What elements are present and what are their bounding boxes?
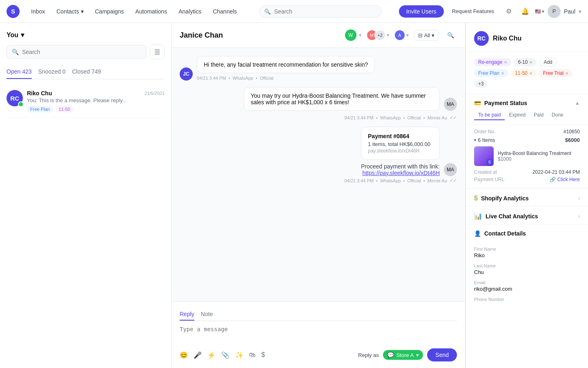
product-item: 6 Hydra-Boost Balancing Treatment $1000 [474,146,580,166]
shopify-icon: $ [474,195,478,202]
message-agent: Minnie Au [428,115,447,120]
conversation-item[interactable]: RC Riko Chu 21/6/2021 You: This is the a… [7,85,165,118]
attachment-icon[interactable]: 📎 [221,351,229,359]
conversation-list: RC Riko Chu 21/6/2021 You: This is the a… [7,85,165,368]
tab-closed[interactable]: Closed 749 [72,65,101,79]
nav-search-area: 🔍 [243,5,397,18]
last-name-value: Chu [474,269,580,275]
filter-icon[interactable]: ☰ [150,45,165,59]
product-price: $1000 [498,156,580,162]
send-button[interactable]: Send [427,348,457,361]
message-time: 04/21 3:44 PM [197,76,226,81]
sparkle-icon[interactable]: ✨ [235,351,243,359]
contact-avatar: RC [474,31,489,46]
items-toggle[interactable]: ▾ 6 Items $6000 [474,137,580,143]
payment-url-label: Payment URL [474,177,505,182]
nav-channels[interactable]: Channels [208,6,242,17]
message-input[interactable] [180,326,457,342]
payment-items: 1 items, total HK$6,000.00 [368,141,433,147]
payment-status-header[interactable]: 💳 Payment Status ▲ [466,94,588,110]
tag-count[interactable]: +3 [474,80,488,88]
tab-snoozed[interactable]: Snoozed 0 [38,65,66,79]
product-count-badge: 6 [486,159,493,165]
email-value: riko@gmail.com [474,286,580,292]
tab-to-be-paid[interactable]: To be paid [474,110,505,120]
payment-proceed-text: Proceed payment with this link: https://… [361,163,440,176]
message-bubble: You may try our Hydra-Boost Balancing Tr… [244,87,440,111]
sidebar-you-selector[interactable]: You ▾ [7,31,24,39]
tab-open[interactable]: Open 423 [7,65,32,79]
first-name-field: First Name Riko [474,247,580,258]
order-number-row: Order No. #10650 [474,129,580,135]
search-chat-button[interactable]: 🔍 [444,29,457,42]
remove-tag-button[interactable]: ✕ [504,60,507,65]
nav-campaigns[interactable]: Campaigns [90,6,129,17]
incoming-message: JC Hi there, any facial treatment recomm… [180,56,457,81]
chevron-down-icon: ▾ [81,8,84,15]
tab-expired[interactable]: Expired [505,110,530,120]
contact-icon: 👤 [474,230,481,237]
nav-automations[interactable]: Automations [130,6,172,17]
reply-icon-bar: 😊 🎤 ⚡ 📎 ✨ 🛍 $ [180,351,265,359]
chevron-down-icon: ▾ [542,9,544,14]
shopping-icon[interactable]: 🛍 [249,351,256,359]
user-avatar[interactable]: P [548,5,561,18]
agent-avatar: MA [444,163,457,176]
payment-meta: 04/21 3:44 PM • WhatsApp • Official • Mi… [180,178,457,183]
contact-details-section: 👤 Contact Details First Name Riko Last N… [466,224,588,312]
settings-icon[interactable]: ⚙ [502,5,515,18]
contact-details-header[interactable]: 👤 Contact Details [466,224,588,241]
live-chat-analytics-title: 📊 Live Chat Analytics [474,212,538,220]
message-channel: WhatsApp [380,178,401,183]
language-selector[interactable]: 🇺🇸 ▾ [535,9,544,14]
shopify-analytics-section[interactable]: $ Shopify Analytics › [466,189,588,206]
live-chat-analytics-section[interactable]: 📊 Live Chat Analytics › [466,206,588,224]
emoji-icon[interactable]: 😊 [180,351,188,359]
nav-inbox[interactable]: Inbox [26,6,50,17]
add-tag-button[interactable]: Add [539,58,557,67]
tab-paid[interactable]: Paid [530,110,548,120]
request-features-button[interactable]: Request Features [447,6,499,17]
agent-count[interactable]: +2 [374,29,386,41]
nav-contacts[interactable]: Contacts ▾ [51,6,88,17]
audio-icon[interactable]: 🎤 [194,351,202,359]
tag-11-50: 11-50 ✕ [511,69,537,77]
assignee-avatar[interactable]: A ▾ [394,29,409,41]
reply-box: Reply Note 😊 🎤 ⚡ 📎 ✨ 🛍 $ Reply as 💬 [172,301,465,368]
nav-search-input[interactable] [259,5,382,18]
app-logo: S [7,5,20,18]
remove-tag-button[interactable]: ✕ [565,71,568,76]
read-icon: ✓✓ [450,115,457,120]
agent-avatar: MA [444,98,457,111]
store-selector[interactable]: 💬 Store A ▾ [383,350,423,360]
order-number-value: #10650 [564,129,580,135]
conversation-date: 21/6/2021 [145,91,165,96]
channel-avatar[interactable]: W [345,29,356,41]
remove-tag-button[interactable]: ✕ [501,71,504,76]
tab-reply[interactable]: Reply [180,308,194,321]
dollar-icon[interactable]: $ [261,351,265,359]
tab-done[interactable]: Done [548,110,568,120]
flag-icon: 🇺🇸 [535,9,541,14]
tab-note[interactable]: Note [201,308,213,321]
first-name-label: First Name [474,247,580,251]
notifications-icon[interactable]: 🔔 [519,5,532,18]
payment-link[interactable]: https://pay.sleekflow.io/xDt46H [362,170,440,176]
filter-button[interactable]: ⊟ All ▾ [414,30,439,41]
sidebar-search-input[interactable] [22,49,141,55]
contact-details-title: 👤 Contact Details [474,230,526,237]
tag-free-trial: Free Trial ✕ [539,69,573,77]
last-name-field: Last Name Chu [474,263,580,275]
agent-avatars[interactable]: M +2 ▾ [366,29,389,41]
payment-url-link[interactable]: 🔗 Click Here [550,177,580,182]
chevron-down-icon: ▾ [359,32,361,38]
nav-analytics[interactable]: Analytics [174,6,206,17]
reply-right: Reply as 💬 Store A ▾ Send [358,348,457,361]
remove-tag-button[interactable]: ✕ [529,71,532,76]
invite-users-button[interactable]: Invite Users [399,5,444,18]
sidebar-search-field[interactable]: 🔍 [7,45,147,59]
lightning-icon[interactable]: ⚡ [207,351,216,359]
message-text: You may try our Hydra-Boost Balancing Tr… [251,92,426,105]
remove-tag-button[interactable]: ✕ [529,60,532,65]
contact-avatar: RC [7,90,23,106]
